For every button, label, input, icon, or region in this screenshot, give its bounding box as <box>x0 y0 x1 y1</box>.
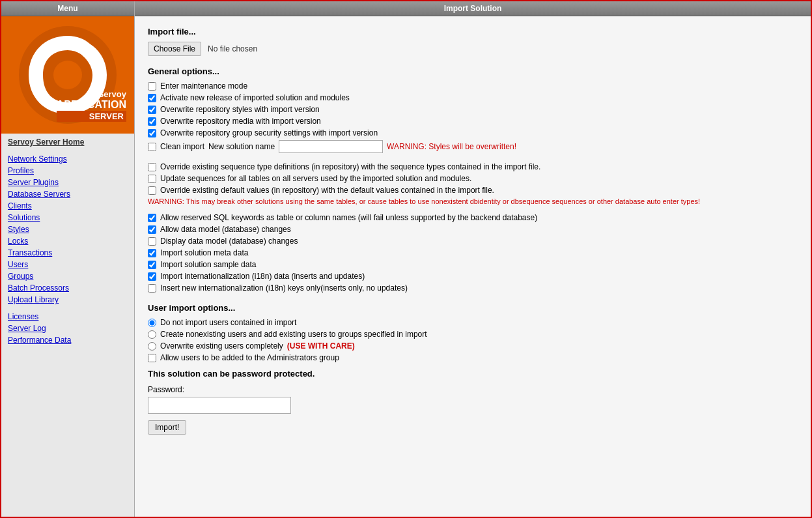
update-sequences-checkbox[interactable] <box>148 175 156 183</box>
sidebar-item-clients[interactable]: Clients <box>8 200 128 212</box>
option-row-9: Allow reserved SQL keywords as table or … <box>148 213 798 222</box>
create-nonexisting-users-radio[interactable] <box>148 330 156 339</box>
allow-data-model-checkbox[interactable] <box>148 225 156 234</box>
logo-servoy: Servoy <box>57 89 126 99</box>
password-protected-text: This solution can be password protected. <box>148 369 798 379</box>
no-file-chosen-text: No file chosen <box>208 44 257 53</box>
general-options-title: General options... <box>148 66 798 76</box>
user-option-row-3: Overwrite existing users completely (USE… <box>148 341 798 351</box>
option-row-13: Import solution sample data <box>148 260 798 269</box>
main-content: Import Solution Import file... Choose Fi… <box>135 1 811 517</box>
allow-admins-label: Allow users to be added to the Administr… <box>160 353 339 362</box>
option-row-2: Activate new release of imported solutio… <box>148 93 798 102</box>
logo-text-area: Servoy APPLICATION SERVER <box>57 89 126 122</box>
sidebar-item-solutions[interactable]: Solutions <box>8 212 128 223</box>
option-row-8: Override existing default values (in rep… <box>148 186 798 195</box>
sidebar-item-groups[interactable]: Groups <box>8 270 128 282</box>
overwrite-styles-checkbox[interactable] <box>148 106 156 114</box>
password-input[interactable] <box>148 397 291 414</box>
sidebar-item-profiles[interactable]: Profiles <box>8 165 128 177</box>
option-row-14: Import internationalization (i18n) data … <box>148 272 798 281</box>
overwrite-media-label: Overwrite repository media with import v… <box>160 117 321 126</box>
option-row-3: Overwrite repository styles with import … <box>148 105 798 114</box>
sidebar-item-network-settings[interactable]: Network Settings <box>8 153 128 165</box>
overwrite-users-radio[interactable] <box>148 342 156 351</box>
logo-server: SERVER <box>57 111 126 122</box>
use-with-care-text: (USE WITH CARE) <box>287 341 355 351</box>
user-import-title: User import options... <box>148 303 798 313</box>
enter-maintenance-label: Enter maintenance mode <box>160 81 247 91</box>
sidebar-home-link[interactable]: Servoy Server Home <box>1 134 134 151</box>
logo-area: Servoy APPLICATION SERVER <box>1 16 134 134</box>
warning-block-text: WARNING: This may break other solutions … <box>148 197 798 205</box>
sidebar-item-users[interactable]: Users <box>8 259 128 270</box>
clean-import-checkbox[interactable] <box>148 143 156 151</box>
sidebar-item-locks[interactable]: Locks <box>8 235 128 247</box>
import-i18n-label: Import internationalization (i18n) data … <box>160 272 365 281</box>
overwrite-media-checkbox[interactable] <box>148 117 156 126</box>
display-data-model-checkbox[interactable] <box>148 237 156 246</box>
option-row-12: Import solution meta data <box>148 248 798 257</box>
override-default-values-label: Override existing default values (in rep… <box>160 186 494 195</box>
password-section: This solution can be password protected.… <box>148 369 798 435</box>
sidebar-item-server-log[interactable]: Server Log <box>8 323 128 334</box>
insert-i18n-keys-checkbox[interactable] <box>148 284 156 293</box>
sidebar-header: Menu <box>1 1 134 16</box>
option-row-1: Enter maintenance mode <box>148 81 798 91</box>
user-option-row-2: Create nonexisting users and add existin… <box>148 330 798 339</box>
logo-application: APPLICATION <box>57 99 126 111</box>
overwrite-styles-label: Overwrite repository styles with import … <box>160 105 320 114</box>
sidebar-item-server-plugins[interactable]: Server Plugins <box>8 177 128 188</box>
sidebar-item-batch-processors[interactable]: Batch Processors <box>8 282 128 294</box>
override-default-values-checkbox[interactable] <box>148 186 156 195</box>
warning-inline-text: WARNING: Styles will be overwritten! <box>387 142 516 151</box>
sidebar-item-performance-data[interactable]: Performance Data <box>8 334 128 346</box>
clean-import-row: Clean import New solution name WARNING: … <box>148 140 798 153</box>
import-meta-data-checkbox[interactable] <box>148 249 156 257</box>
sidebar-item-upload-library[interactable]: Upload Library <box>8 294 128 306</box>
import-sample-data-checkbox[interactable] <box>148 261 156 269</box>
import-i18n-checkbox[interactable] <box>148 272 156 281</box>
activate-release-checkbox[interactable] <box>148 94 156 102</box>
insert-i18n-keys-label: Insert new internationalization (i18n) k… <box>160 283 408 293</box>
option-row-6: Override existing sequence type definiti… <box>148 162 798 171</box>
allow-data-model-label: Allow data model (database) changes <box>160 225 291 234</box>
option-row-11: Display data model (database) changes <box>148 237 798 246</box>
display-data-model-label: Display data model (database) changes <box>160 237 298 246</box>
file-row: Choose File No file chosen <box>148 42 798 56</box>
user-option-row-1: Do not import users contained in import <box>148 318 798 327</box>
do-not-import-users-radio[interactable] <box>148 319 156 327</box>
new-solution-name-input[interactable] <box>279 140 383 153</box>
create-nonexisting-users-label: Create nonexisting users and add existin… <box>160 330 427 339</box>
sidebar-item-styles[interactable]: Styles <box>8 223 128 235</box>
allow-admins-checkbox[interactable] <box>148 354 156 362</box>
sidebar-item-licenses[interactable]: Licenses <box>8 311 128 323</box>
option-row-15: Insert new internationalization (i18n) k… <box>148 283 798 293</box>
sidebar-item-database-servers[interactable]: Database Servers <box>8 188 128 200</box>
general-options: Enter maintenance mode Activate new rele… <box>148 81 798 293</box>
allow-admins-row: Allow users to be added to the Administr… <box>148 353 798 362</box>
main-header: Import Solution <box>135 1 811 16</box>
overwrite-security-checkbox[interactable] <box>148 129 156 137</box>
password-label: Password: <box>148 385 798 394</box>
sidebar-nav: Network Settings Profiles Server Plugins… <box>1 151 134 517</box>
sidebar: Menu Servoy APPLICATION SERVER Servoy Se <box>1 1 135 517</box>
allow-reserved-sql-label: Allow reserved SQL keywords as table or … <box>160 213 537 222</box>
override-sequence-type-label: Override existing sequence type definiti… <box>160 162 540 171</box>
import-sample-data-label: Import solution sample data <box>160 260 256 269</box>
allow-reserved-sql-checkbox[interactable] <box>148 214 156 222</box>
choose-file-button[interactable]: Choose File <box>148 42 201 56</box>
enter-maintenance-checkbox[interactable] <box>148 82 156 91</box>
import-file-title: Import file... <box>148 27 798 36</box>
option-row-7: Update sequences for all tables on all s… <box>148 174 798 183</box>
option-row-5: Overwrite repository group security sett… <box>148 128 798 137</box>
sidebar-item-transactions[interactable]: Transactions <box>8 247 128 259</box>
override-sequence-type-checkbox[interactable] <box>148 163 156 171</box>
overwrite-users-label: Overwrite existing users completely <box>160 341 283 351</box>
overwrite-security-label: Overwrite repository group security sett… <box>160 128 378 137</box>
update-sequences-label: Update sequences for all tables on all s… <box>160 174 471 183</box>
activate-release-label: Activate new release of imported solutio… <box>160 93 350 102</box>
option-row-4: Overwrite repository media with import v… <box>148 117 798 126</box>
main-body: Import file... Choose File No file chose… <box>135 16 811 517</box>
import-button[interactable]: Import! <box>148 420 186 435</box>
